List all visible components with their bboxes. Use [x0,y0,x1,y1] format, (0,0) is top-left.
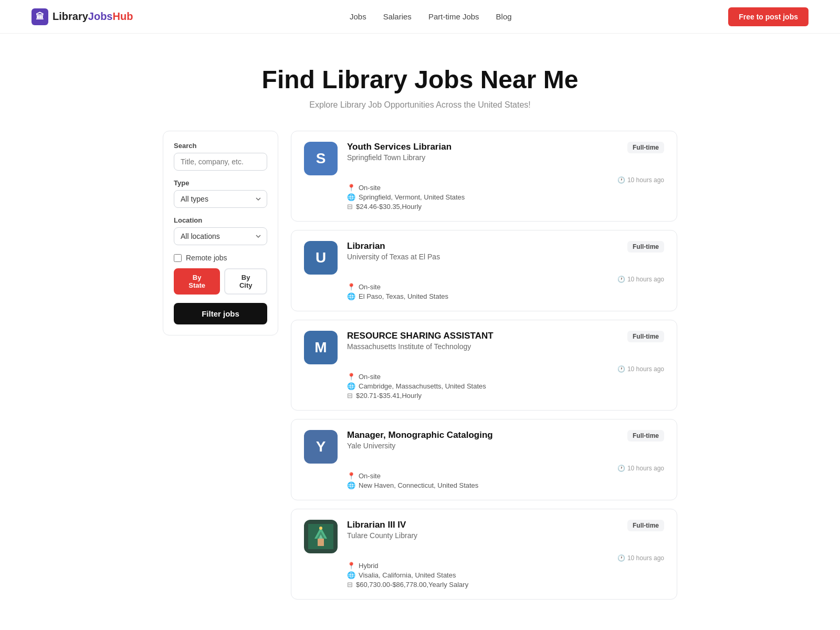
job-title: Youth Services Librarian [347,142,452,152]
job-company: Massachusetts Institute of Technology [347,342,494,351]
job-right: Full-time 🕐 10 hours ago [617,241,664,283]
job-title-company: Manager, Monographic Cataloging Yale Uni… [347,430,493,454]
job-title-company: Youth Services Librarian Springfield Tow… [347,142,452,166]
logo-icon: 🏛 [32,8,48,25]
job-card[interactable]: Librarian III IV Tulare County Library F… [291,509,677,600]
logo-hub: Hub [113,10,133,22]
money-icon: ⊟ [347,581,353,589]
hero-subtitle: Explore Library Job Opportunities Across… [10,100,830,110]
job-meta: 📍 On-site 🌐 Cambridge, Massachusetts, Un… [347,373,664,400]
job-salary: $24.46-$30.35,Hourly [356,203,422,211]
job-company: Yale University [347,442,493,450]
work-type-row: 📍 Hybrid [347,562,664,570]
type-select[interactable]: All types Full-time Part-time Contract [174,190,267,208]
work-type-row: 📍 On-site [347,184,664,192]
location-section: Location All locations Remote On-site [174,216,267,245]
nav-jobs[interactable]: Jobs [350,12,366,21]
job-badge: Full-time [627,241,664,253]
nav-parttime[interactable]: Part-time Jobs [428,12,479,21]
job-title: Librarian [347,241,440,251]
job-title-company: RESOURCE SHARING ASSISTANT Massachusetts… [347,331,494,355]
globe-icon: 🌐 [347,193,355,201]
job-meta: 📍 Hybrid 🌐 Visalia, California, United S… [347,562,664,589]
job-card[interactable]: U Librarian University of Texas at El Pa… [291,230,677,311]
by-city-button[interactable]: By City [224,268,267,295]
location-row: 🌐 Visalia, California, United States [347,571,664,579]
job-right: Full-time 🕐 10 hours ago [617,142,664,184]
logo-text: LibraryJobsHub [52,10,133,23]
location-row: 🌐 Cambridge, Massachusetts, United State… [347,382,664,390]
filter-jobs-button[interactable]: Filter jobs [174,303,267,324]
job-title-company: Librarian University of Texas at El Pas [347,241,440,265]
job-company: Tulare County Library [347,531,417,540]
globe-icon: 🌐 [347,382,355,390]
nav-blog[interactable]: Blog [496,12,512,21]
location-row: 🌐 El Paso, Texas, United States [347,292,664,300]
pin-icon: 📍 [347,283,355,291]
job-top: Librarian University of Texas at El Pas … [347,241,664,283]
clock-icon: 🕐 [617,365,625,373]
location-row: 🌐 Springfield, Vermont, United States [347,193,664,201]
job-card[interactable]: S Youth Services Librarian Springfield T… [291,131,677,222]
job-company: Springfield Town Library [347,153,452,162]
job-right: Full-time 🕐 10 hours ago [617,430,664,472]
location-select[interactable]: All locations Remote On-site [174,227,267,245]
hero-title: Find Library Jobs Near Me [10,65,830,94]
job-info: Librarian III IV Tulare County Library F… [347,520,664,589]
job-location: Visalia, California, United States [359,571,456,579]
logo[interactable]: 🏛 LibraryJobsHub [32,8,133,25]
job-title: Manager, Monographic Cataloging [347,430,493,440]
pin-icon: 📍 [347,562,355,570]
job-location: Springfield, Vermont, United States [359,193,465,201]
job-meta: 📍 On-site 🌐 El Paso, Texas, United State… [347,283,664,300]
nav-links: Jobs Salaries Part-time Jobs Blog [350,12,512,21]
job-work-type: On-site [359,283,381,291]
svg-rect-3 [318,539,324,546]
job-right: Full-time 🕐 10 hours ago [617,331,664,373]
company-logo: Y [304,430,338,464]
clock-icon: 🕐 [617,276,625,283]
job-top: Youth Services Librarian Springfield Tow… [347,142,664,184]
job-badge: Full-time [627,430,664,442]
job-work-type: On-site [359,184,381,192]
company-logo: M [304,331,338,364]
job-salary: $60,730.00-$86,778.00,Yearly Salary [356,581,468,589]
work-type-row: 📍 On-site [347,283,664,291]
job-work-type: Hybrid [359,562,379,570]
job-work-type: On-site [359,472,381,480]
search-label: Search [174,142,267,150]
by-state-button[interactable]: By State [174,268,220,295]
globe-icon: 🌐 [347,292,355,300]
search-input[interactable] [174,153,267,171]
search-section: Search [174,142,267,171]
clock-icon: 🕐 [617,465,625,472]
toggle-buttons: By State By City [174,268,267,295]
time-ago: 🕐 10 hours ago [617,365,664,373]
sidebar: Search Type All types Full-time Part-tim… [163,131,278,335]
job-list: S Youth Services Librarian Springfield T… [291,131,677,600]
remote-row: Remote jobs [174,254,267,262]
remote-checkbox[interactable] [174,254,182,262]
job-title: Librarian III IV [347,520,417,530]
company-logo [304,520,338,553]
time-ago: 🕐 10 hours ago [617,276,664,283]
pin-icon: 📍 [347,184,355,192]
nav-salaries[interactable]: Salaries [383,12,412,21]
location-label: Location [174,216,267,224]
job-top: Librarian III IV Tulare County Library F… [347,520,664,562]
job-badge: Full-time [627,520,664,531]
job-card[interactable]: Y Manager, Monographic Cataloging Yale U… [291,419,677,500]
company-logo: S [304,142,338,175]
job-title: RESOURCE SHARING ASSISTANT [347,331,494,341]
post-jobs-button[interactable]: Free to post jobs [728,7,808,26]
job-company: University of Texas at El Pas [347,253,440,261]
job-badge: Full-time [627,142,664,153]
job-info: Manager, Monographic Cataloging Yale Uni… [347,430,664,489]
job-meta: 📍 On-site 🌐 Springfield, Vermont, United… [347,184,664,211]
remote-label: Remote jobs [186,254,227,262]
pin-icon: 📍 [347,373,355,381]
clock-icon: 🕐 [617,176,625,184]
location-row: 🌐 New Haven, Connecticut, United States [347,481,664,489]
job-card[interactable]: M RESOURCE SHARING ASSISTANT Massachuset… [291,320,677,411]
globe-icon: 🌐 [347,481,355,489]
